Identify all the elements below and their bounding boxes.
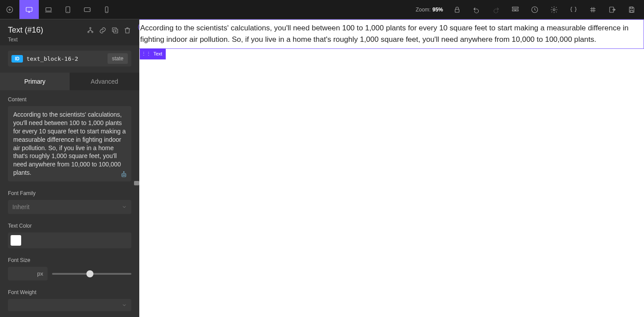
gear-icon xyxy=(550,6,558,14)
font-size-unit: px xyxy=(37,270,43,277)
font-family-label: Font Family xyxy=(8,190,131,196)
content-text: According to the scientists' calculation… xyxy=(13,111,126,176)
save-icon xyxy=(628,6,636,14)
svg-point-28 xyxy=(90,27,91,29)
zoom-indicator: Zoom: 95% xyxy=(413,7,447,13)
properties-sidebar: Text (#16) Text ID text_block-16-2 state… xyxy=(0,19,139,317)
svg-point-38 xyxy=(123,172,124,173)
chevron-down-icon xyxy=(122,204,127,210)
selection-handle-left[interactable]: ⟨ xyxy=(138,22,140,32)
content-textarea[interactable]: According to the scientists' calculation… xyxy=(8,106,131,181)
element-subtitle: Text xyxy=(8,37,131,43)
export-button[interactable] xyxy=(603,6,622,14)
svg-rect-6 xyxy=(46,7,51,11)
font-family-value: Inherit xyxy=(12,203,30,210)
grip-icon: ⋮⋮ xyxy=(141,50,151,57)
trash-icon[interactable] xyxy=(123,26,131,34)
zoom-value: 95% xyxy=(432,7,443,13)
link-icon[interactable] xyxy=(99,26,107,34)
element-id-row: ID text_block-16-2 state xyxy=(8,51,131,66)
viewport-desktop-button[interactable] xyxy=(19,0,39,19)
svg-point-36 xyxy=(124,175,125,176)
canvas-text-content: According to the scientists' calculation… xyxy=(140,24,629,44)
duplicate-icon[interactable] xyxy=(111,26,119,34)
element-id-text[interactable]: text_block-16-2 xyxy=(26,55,104,62)
settings-button[interactable] xyxy=(544,6,564,14)
add-button[interactable] xyxy=(0,0,19,19)
structure-icon xyxy=(511,6,519,14)
svg-rect-27 xyxy=(630,10,633,12)
svg-rect-15 xyxy=(512,7,518,8)
lock-button[interactable] xyxy=(447,6,467,14)
redo-icon xyxy=(492,6,500,14)
export-icon xyxy=(608,6,616,14)
panel-scrollbar-thumb[interactable] xyxy=(134,181,139,185)
tablet-icon xyxy=(64,6,72,14)
svg-rect-14 xyxy=(455,9,459,12)
design-canvas[interactable]: ⟨ According to the scientists' calculati… xyxy=(139,19,644,317)
canvas-text-block[interactable]: ⟨ According to the scientists' calculati… xyxy=(139,19,644,49)
grid-icon xyxy=(589,6,597,14)
state-button[interactable]: state xyxy=(108,53,128,64)
tab-primary[interactable]: Primary xyxy=(0,73,70,90)
font-size-slider[interactable] xyxy=(52,273,131,275)
text-color-swatch[interactable] xyxy=(11,235,21,246)
viewport-phone-button[interactable] xyxy=(97,0,116,19)
grid-button[interactable] xyxy=(583,6,603,14)
svg-rect-3 xyxy=(26,7,32,11)
properties-panel: Content According to the scientists' cal… xyxy=(0,90,139,317)
svg-rect-26 xyxy=(630,7,633,9)
svg-point-30 xyxy=(92,31,93,33)
element-tag-chip[interactable]: ⋮⋮ Text xyxy=(140,48,166,59)
viewport-laptop-button[interactable] xyxy=(39,0,58,19)
braces-icon xyxy=(570,6,577,14)
panel-scrollbar[interactable] xyxy=(134,90,139,317)
svg-rect-16 xyxy=(512,10,515,11)
font-size-slider-thumb[interactable] xyxy=(86,270,93,277)
viewport-tablet-button[interactable] xyxy=(58,0,78,19)
font-family-select[interactable]: Inherit xyxy=(8,200,131,214)
history-button[interactable] xyxy=(525,6,544,14)
chevron-down-icon xyxy=(122,302,127,308)
tablet-landscape-icon xyxy=(83,6,91,14)
desktop-icon xyxy=(25,6,33,14)
tab-advanced[interactable]: Advanced xyxy=(70,73,139,90)
plus-circle-icon xyxy=(6,6,14,14)
svg-point-29 xyxy=(88,31,89,33)
undo-button[interactable] xyxy=(467,6,486,14)
text-color-label: Text Color xyxy=(8,223,131,229)
clock-icon xyxy=(531,6,539,14)
lock-icon xyxy=(453,6,461,14)
topbar: Zoom: 95% xyxy=(0,0,644,19)
code-button[interactable] xyxy=(564,6,583,14)
laptop-icon xyxy=(45,6,52,14)
font-size-input[interactable]: px xyxy=(8,267,48,280)
content-label: Content xyxy=(8,96,131,103)
element-title: Text (#16) xyxy=(8,26,43,35)
font-weight-label: Font Weight xyxy=(8,289,131,295)
phone-icon xyxy=(103,6,111,14)
font-weight-select[interactable] xyxy=(8,299,131,311)
text-color-row xyxy=(8,232,131,248)
save-button[interactable] xyxy=(622,6,641,14)
ai-robot-icon[interactable] xyxy=(120,171,128,179)
svg-rect-17 xyxy=(516,10,518,11)
structure-button[interactable] xyxy=(506,6,525,14)
svg-rect-34 xyxy=(122,173,126,177)
undo-icon xyxy=(473,6,480,14)
viewport-tablet-landscape-button[interactable] xyxy=(78,0,97,19)
svg-point-19 xyxy=(553,8,555,11)
font-size-label: Font Size xyxy=(8,257,131,263)
id-badge: ID xyxy=(11,55,23,63)
redo-button[interactable] xyxy=(486,6,506,14)
tree-icon[interactable] xyxy=(86,26,94,34)
chip-label: Text xyxy=(153,50,162,58)
zoom-label: Zoom: xyxy=(416,7,431,13)
svg-point-35 xyxy=(123,175,124,176)
